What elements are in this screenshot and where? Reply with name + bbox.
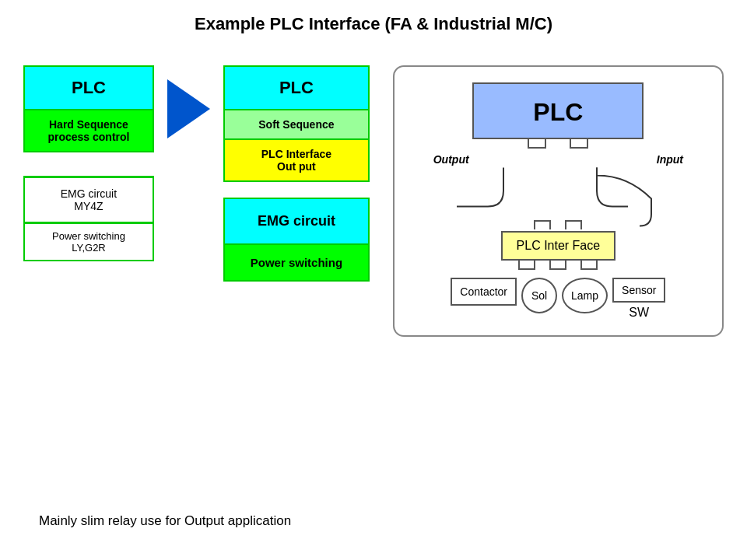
output-label: Output [433, 153, 469, 166]
middle-column: PLC Soft Sequence PLC Interface Out put … [223, 65, 370, 282]
right-diagram: PLC Output Input PLC Inter Face [393, 65, 724, 337]
left-plc-body: Hard Sequence process control [25, 110, 153, 151]
left-plc-group: PLC Hard Sequence process control [23, 65, 154, 152]
left-plc-header: PLC [25, 67, 153, 110]
interface-box: PLC Inter Face [501, 231, 616, 261]
left-column: PLC Hard Sequence process control EMG ci… [23, 65, 154, 261]
sensor-box: Sensor [612, 278, 665, 303]
iface-conn-top-left [534, 220, 551, 229]
left-power-body: Power switching LY,G2R [25, 223, 153, 260]
iface-conn-bot-left [518, 261, 535, 270]
output-input-labels: Output Input [410, 149, 707, 166]
mid-soft-sequence: Soft Sequence [223, 110, 370, 140]
components-row: Contactor Sol Lamp Sensor SW [410, 278, 707, 320]
plc-conn-left [528, 139, 546, 149]
plc-bottom-connectors [410, 139, 707, 149]
lamp-circle: Lamp [562, 278, 608, 313]
sw-label: SW [629, 306, 649, 320]
mid-plc-interface: PLC Interface Out put [223, 140, 370, 182]
mid-power-switching: Power switching [223, 245, 370, 282]
sensor-group: Sensor SW [612, 278, 665, 320]
right-arrow-icon [167, 79, 210, 138]
footer-text: Mainly slim relay use for Output applica… [39, 513, 291, 529]
iface-bottom-connectors [410, 261, 707, 270]
iface-conn-bot-right [580, 261, 598, 270]
right-plc-box: PLC [472, 82, 644, 139]
connection-lines-svg [410, 166, 706, 228]
page-title: Example PLC Interface (FA & Industrial M… [0, 0, 747, 42]
contactor-box: Contactor [451, 278, 517, 306]
interface-row: PLC Inter Face [410, 231, 707, 261]
iface-conn-bot-mid [549, 261, 566, 270]
iface-top-connectors [410, 220, 707, 229]
arrow-area [162, 79, 216, 138]
mid-plc-header: PLC [223, 65, 370, 110]
mid-emg-circuit: EMG circuit [223, 198, 370, 245]
left-emg-header: EMG circuit MY4Z [25, 177, 153, 223]
iface-conn-top-right [565, 220, 582, 229]
plc-conn-right [570, 139, 588, 149]
input-label: Input [657, 153, 683, 166]
left-emg-group: EMG circuit MY4Z Power switching LY,G2R [23, 176, 154, 261]
sol-circle: Sol [521, 278, 557, 313]
